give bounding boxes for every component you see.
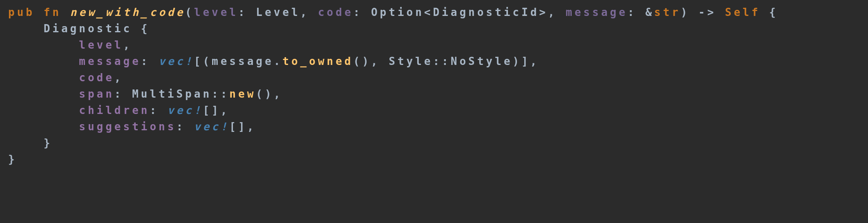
param-message: message [566, 6, 628, 18]
field-span: span [79, 88, 114, 100]
enum-style-nostyle: Style::NoStyle [389, 55, 512, 67]
field-message: message [79, 55, 141, 67]
type-option: Option<DiagnosticId> [371, 6, 548, 18]
type-level: Level [256, 6, 300, 18]
brace-close: } [8, 153, 17, 165]
code-line-2: Diagnostic { [8, 22, 150, 35]
code-editor[interactable]: pub fn new_with_code(level: Level, code:… [0, 0, 868, 172]
code-line-4: message: vec![(message.to_owned(), Style… [8, 55, 539, 67]
code-line-10: } [8, 153, 17, 165]
brace-close: } [44, 137, 53, 149]
type-multispan: MultiSpan:: [132, 88, 229, 100]
code-line-6: span: MultiSpan::new(), [8, 88, 282, 100]
code-line-1: pub fn new_with_code(level: Level, code:… [8, 6, 778, 18]
arrow: -> [689, 6, 725, 18]
code-line-3: level, [8, 39, 132, 51]
keyword-pub: pub [8, 6, 35, 18]
code-line-7: children: vec![], [8, 104, 229, 116]
keyword-fn: fn [44, 6, 61, 18]
function-name: new_with_code [70, 6, 186, 18]
macro-vec: vec! [168, 104, 203, 116]
keyword-str: str [654, 6, 681, 18]
paren-open: ( [185, 6, 194, 18]
field-children: children [79, 104, 150, 116]
macro-vec: vec! [194, 120, 230, 133]
macro-vec: vec! [159, 55, 194, 67]
param-code: code [318, 6, 353, 18]
field-level: level [79, 39, 123, 51]
method-new: new [229, 88, 256, 100]
paren-close: ) [681, 6, 690, 18]
struct-diagnostic: Diagnostic [44, 22, 132, 35]
field-code: code [79, 71, 114, 84]
keyword-self: Self [725, 6, 761, 18]
method-to-owned: to_owned [282, 55, 353, 67]
code-line-9: } [8, 137, 52, 149]
field-suggestions: suggestions [79, 120, 176, 133]
code-line-5: code, [8, 71, 123, 84]
param-level: level [194, 6, 238, 18]
code-line-8: suggestions: vec![], [8, 120, 256, 133]
brace-open: { [761, 6, 778, 18]
